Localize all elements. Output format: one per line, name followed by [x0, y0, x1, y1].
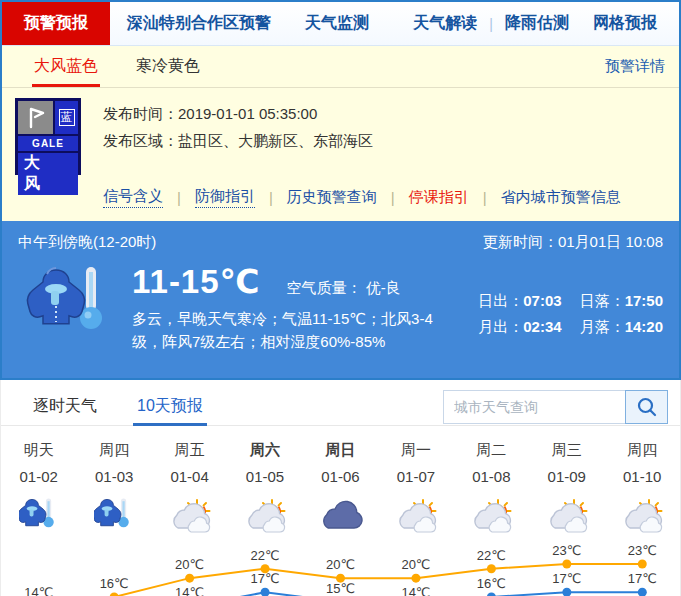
air-quality-label: 空气质量： [287, 279, 362, 296]
moonrise-label: 月出： [478, 318, 523, 335]
day-name: 周五 [152, 438, 227, 462]
chart-data-label: 14℃ [24, 585, 53, 596]
day-name: 周三 [529, 438, 604, 462]
forecast-tab[interactable]: 10天预报 [135, 388, 205, 425]
chart-data-label: 20℃ [401, 557, 430, 572]
link-separator: | [391, 189, 395, 206]
city-search-box [443, 390, 668, 424]
chart-point [411, 574, 420, 583]
day-column[interactable]: 周四01-03 [76, 438, 151, 538]
publish-area-label: 发布区域： [103, 132, 178, 149]
partly-cloudy-icon [605, 494, 680, 538]
publish-time-value: 2019-01-01 05:35:00 [178, 105, 317, 122]
search-button[interactable] [625, 390, 668, 424]
warning-tab[interactable]: 大风蓝色 [32, 47, 100, 86]
day-column[interactable]: 明天01-02 [1, 438, 76, 538]
panel-body: 11-15℃ 空气质量： 优-良 多云，早晚天气寒冷；气温11-15℃；北风3-… [18, 262, 663, 353]
day-column[interactable]: 周三01-09 [529, 438, 604, 538]
warning-detail-link[interactable]: 预警详情 [605, 57, 665, 76]
day-date: 01-05 [227, 462, 302, 492]
day-name: 周一 [378, 438, 453, 462]
sun-moon-times: 日出：07:03 日落：17:50 月出：02:34 月落：14:20 [460, 288, 663, 353]
nav-right-item[interactable]: 天气解读 [401, 13, 489, 34]
warning-publish-info: 发布时间：2019-01-01 05:35:00 发布区域：盐田区、大鹏新区、东… [103, 98, 373, 175]
chart-data-label: 23℃ [552, 543, 581, 558]
day-column[interactable]: 周六01-05 [227, 438, 302, 538]
sunset-label: 日落： [580, 292, 625, 309]
chart-data-label: 22℃ [251, 548, 280, 563]
warning-tab-list: 大风蓝色寒冷黄色 [32, 47, 236, 86]
day-column[interactable]: 周二01-08 [454, 438, 529, 538]
warning-link[interactable]: 历史预警查询 [287, 188, 377, 207]
weather-page: 预警预报深汕特别合作区预警天气监测 天气解读|降雨估测网格预报 大风蓝色寒冷黄色… [0, 0, 681, 596]
warning-link[interactable]: 省内城市预警信息 [501, 188, 621, 207]
chart-point [110, 593, 119, 596]
link-separator: | [483, 189, 487, 206]
day-name: 周四 [605, 438, 680, 462]
nav-item-active[interactable]: 预警预报 [2, 2, 110, 45]
publish-area-value: 盐田区、大鹏新区、东部海区 [178, 132, 373, 149]
forecast-days-grid: 明天01-02周四01-03周五01-04周六01-05周日01-06周一01-… [1, 438, 680, 538]
link-separator: | [177, 189, 181, 206]
day-column[interactable]: 周五01-04 [152, 438, 227, 538]
day-column[interactable]: 周四01-10 [605, 438, 680, 538]
chart-data-label: 14℃ [401, 585, 430, 596]
forecast-tab[interactable]: 逐时天气 [31, 388, 99, 425]
sun-row: 日出：07:03 日落：17:50 [460, 288, 663, 314]
day-date: 01-09 [529, 462, 604, 492]
nav-item-link[interactable]: 深汕特别合作区预警 [110, 2, 288, 45]
top-nav: 预警预报深汕特别合作区预警天气监测 天气解读|降雨估测网格预报 [2, 2, 679, 46]
moonset: 月落：14:20 [580, 314, 663, 340]
sunrise: 日出：07:03 [478, 288, 561, 314]
update-time-value: 01月01日 10:08 [558, 233, 663, 250]
nav-right-item[interactable]: 网格预报 [581, 13, 669, 34]
weather-description: 多云，早晚天气寒冷；气温11-15℃；北风3-4级，阵风7级左右；相对湿度60%… [132, 307, 460, 353]
warning-link[interactable]: 信号含义 [103, 187, 163, 208]
chart-wrap: 14℃16℃20℃22℃20℃20℃22℃23℃23℃9℃10℃14℃17℃15… [1, 540, 680, 596]
badge-level: 蓝 [55, 101, 78, 134]
day-date: 01-02 [1, 462, 76, 492]
panel-header: 中午到傍晚(12-20时) 更新时间：01月01日 10:08 [18, 233, 663, 252]
publish-time-line: 发布时间：2019-01-01 05:35:00 [103, 100, 373, 127]
nav-left-items: 预警预报深汕特别合作区预警天气监测 [2, 2, 386, 45]
partly-cloudy-icon [529, 494, 604, 538]
badge-code: GALE [18, 136, 78, 151]
nav-right-item[interactable]: 降雨估测 [493, 13, 581, 34]
day-column[interactable]: 周日01-06 [303, 438, 378, 538]
chart-point [261, 588, 270, 596]
air-quality-value: 优-良 [366, 279, 401, 296]
temperature-range: 11-15℃ [132, 262, 261, 301]
gale-flag-icon [18, 101, 53, 134]
chart-data-label: 20℃ [175, 557, 204, 572]
temperature-chart: 14℃16℃20℃22℃20℃20℃22℃23℃23℃9℃10℃14℃17℃15… [1, 540, 680, 596]
day-name: 周六 [227, 438, 302, 462]
temperature-row: 11-15℃ 空气质量： 优-良 [132, 262, 460, 301]
search-icon [636, 396, 658, 418]
cloudy-icon [303, 494, 378, 538]
day-date: 01-03 [76, 462, 151, 492]
chart-data-label: 23℃ [628, 543, 657, 558]
city-search-input[interactable] [443, 390, 626, 424]
cold-icon [76, 494, 151, 538]
day-date: 01-06 [303, 462, 378, 492]
chart-point [487, 564, 496, 573]
publish-time-label: 发布时间： [103, 105, 178, 122]
chart-point [185, 574, 194, 583]
day-name: 明天 [1, 438, 76, 462]
chart-data-label: 17℃ [628, 571, 657, 586]
day-column[interactable]: 周一01-07 [378, 438, 453, 538]
day-date: 01-10 [605, 462, 680, 492]
chart-data-label: 15℃ [326, 581, 355, 596]
warning-tab[interactable]: 寒冷黄色 [134, 47, 202, 86]
day-name: 周四 [76, 438, 151, 462]
nav-item-link[interactable]: 天气监测 [288, 2, 386, 45]
warning-link[interactable]: 防御指引 [195, 187, 255, 208]
moonset-label: 月落： [580, 318, 625, 335]
moonset-value: 14:20 [625, 318, 663, 335]
period-title: 中午到傍晚(12-20时) [18, 233, 156, 252]
warning-link[interactable]: 停课指引 [409, 188, 469, 207]
sunrise-value: 07:03 [523, 292, 561, 309]
day-date: 01-07 [378, 462, 453, 492]
forecast-tab-list: 逐时天气10天预报 [31, 388, 241, 425]
partly-cloudy-icon [378, 494, 453, 538]
